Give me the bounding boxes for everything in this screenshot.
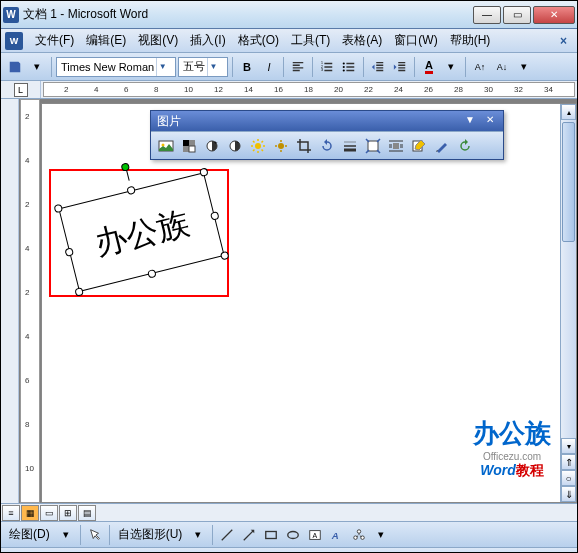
svg-point-5 [343,69,345,71]
select-objects-button[interactable] [85,525,105,545]
draw-menu-button[interactable]: 绘图(D) [5,526,54,543]
crop-button[interactable] [293,135,315,157]
svg-rect-11 [189,146,195,152]
resize-handle-ne[interactable] [199,167,209,177]
menu-close-icon[interactable]: × [554,34,573,48]
rectangle-button[interactable] [261,525,281,545]
previous-page-button[interactable]: ⇑ [561,454,576,470]
ruler-label: 4 [25,156,29,165]
font-size-combo[interactable]: 五号 ▼ [178,57,228,77]
ruler-label: 8 [154,85,158,94]
scroll-up-button[interactable]: ▴ [561,104,576,120]
menu-table[interactable]: 表格(A) [336,30,388,51]
more-contrast-button[interactable]: + [201,135,223,157]
line-button[interactable] [217,525,237,545]
more-brightness-button[interactable] [247,135,269,157]
align-left-button[interactable] [288,57,308,77]
menu-view[interactable]: 视图(V) [132,30,184,51]
menu-window[interactable]: 窗口(W) [388,30,443,51]
horizontal-ruler[interactable]: 246810121416182022242628303234 [43,82,575,97]
word-logo-icon[interactable]: W [5,32,23,50]
grow-font-button[interactable]: A↑ [470,57,490,77]
svg-rect-9 [189,140,195,146]
vertical-scrollbar[interactable]: ▴ ▾ ⇑ ○ ⇓ [560,104,576,502]
picture-toolbar[interactable]: 图片 ▼ ✕ + - [150,110,504,160]
web-layout-view-button[interactable]: ▦ [21,505,39,521]
toolbar-options-icon[interactable]: ▾ [27,57,47,77]
line-style-button[interactable] [339,135,361,157]
browse-object-button[interactable]: ○ [561,470,576,486]
svg-text:A: A [331,529,339,540]
resize-handle-e[interactable] [210,211,220,221]
ruler-label: 10 [184,85,193,94]
reading-view-button[interactable]: ▤ [78,505,96,521]
close-button[interactable]: ✕ [533,6,575,24]
less-brightness-button[interactable] [270,135,292,157]
color-mode-button[interactable] [178,135,200,157]
font-color-button[interactable]: A [419,57,439,77]
autoshapes-button[interactable]: 自选图形(U) [114,526,187,543]
font-name-combo[interactable]: Times New Roman ▼ [56,57,176,77]
save-button[interactable] [5,57,25,77]
normal-view-button[interactable]: ≡ [2,505,20,521]
text-wrapping-button[interactable] [385,135,407,157]
compress-pictures-button[interactable] [362,135,384,157]
picture-toolbar-options-icon[interactable]: ▼ [463,114,477,128]
resize-handle-se[interactable] [220,251,230,261]
toolbar-overflow-icon[interactable]: ▾ [514,57,534,77]
font-name-dropdown-icon[interactable]: ▼ [156,58,168,76]
rotate-left-button[interactable] [316,135,338,157]
scroll-down-button[interactable]: ▾ [561,438,576,454]
font-size-dropdown-icon[interactable]: ▼ [207,58,219,76]
tab-selector[interactable]: L [1,81,41,98]
toolbar-overflow-icon[interactable]: ▾ [371,525,391,545]
ruler-label: 12 [214,85,223,94]
numbered-list-button[interactable]: 123 [317,57,337,77]
shrink-font-button[interactable]: A↓ [492,57,512,77]
italic-button[interactable]: I [259,57,279,77]
bulleted-list-button[interactable] [339,57,359,77]
document-page[interactable]: 图片 ▼ ✕ + - [41,103,577,503]
oval-button[interactable] [283,525,303,545]
less-contrast-button[interactable]: - [224,135,246,157]
next-page-button[interactable]: ⇓ [561,486,576,502]
increase-indent-button[interactable] [390,57,410,77]
menu-format[interactable]: 格式(O) [232,30,285,51]
menu-file[interactable]: 文件(F) [29,30,80,51]
rotation-handle[interactable] [120,162,130,172]
insert-diagram-button[interactable] [349,525,369,545]
ruler-label: 2 [25,288,29,297]
maximize-button[interactable]: ▭ [503,6,531,24]
picture-toolbar-title: 图片 [157,113,181,130]
menu-tools[interactable]: 工具(T) [285,30,336,51]
bold-button[interactable]: B [237,57,257,77]
format-picture-button[interactable] [408,135,430,157]
selected-picture-object[interactable]: 办公族 [57,166,227,301]
menu-edit[interactable]: 编辑(E) [80,30,132,51]
font-name-value: Times New Roman [61,61,154,73]
menu-insert[interactable]: 插入(I) [184,30,231,51]
print-layout-view-button[interactable]: ▭ [40,505,58,521]
svg-point-4 [343,65,345,67]
insert-picture-button[interactable] [155,135,177,157]
picture-toolbar-close-icon[interactable]: ✕ [483,114,497,128]
ruler-label: 32 [514,85,523,94]
insert-wordart-button[interactable]: A [327,525,347,545]
vertical-ruler[interactable]: 2424246810 [20,99,40,503]
picture-toolbar-title-bar[interactable]: 图片 ▼ ✕ [151,111,503,131]
autoshapes-dropdown-icon[interactable]: ▾ [188,525,208,545]
decrease-indent-button[interactable] [368,57,388,77]
arrow-button[interactable] [239,525,259,545]
minimize-button[interactable]: — [473,6,501,24]
text-box-button[interactable]: A [305,525,325,545]
outline-view-button[interactable]: ⊞ [59,505,77,521]
set-transparent-color-button[interactable] [431,135,453,157]
font-color-dropdown-icon[interactable]: ▾ [441,57,461,77]
picture-toolbar-row: + - [151,131,503,159]
menu-help[interactable]: 帮助(H) [444,30,497,51]
draw-dropdown-icon[interactable]: ▾ [56,525,76,545]
left-gutter [1,99,19,503]
scroll-thumb[interactable] [562,122,575,242]
ruler-label: 8 [25,420,29,429]
reset-picture-button[interactable] [454,135,476,157]
